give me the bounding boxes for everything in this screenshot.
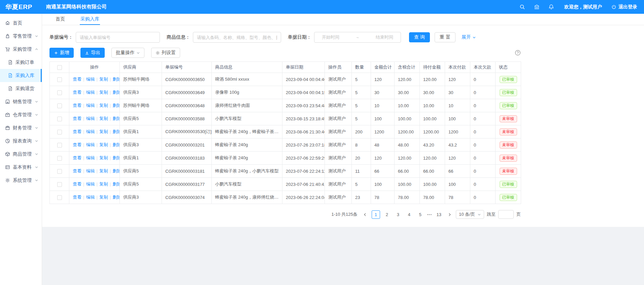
sidebar-item-system[interactable]: 系统管理 xyxy=(0,174,42,187)
tab-home[interactable]: 首页 xyxy=(55,14,66,25)
row-checkbox[interactable] xyxy=(57,130,62,134)
row-action-edit[interactable]: 编辑 xyxy=(86,116,95,121)
row-checkbox[interactable] xyxy=(57,156,62,161)
product-info-input[interactable] xyxy=(193,32,281,43)
search-icon[interactable] xyxy=(519,4,525,10)
export-button[interactable]: 导出 xyxy=(80,48,105,58)
row-action-edit[interactable]: 编辑 xyxy=(86,77,95,82)
row-action-edit[interactable]: 编辑 xyxy=(86,181,95,187)
row-action-view[interactable]: 查看 xyxy=(73,142,81,147)
table-row: 查看|编辑|复制|删除供应商5CGRK00000003588小鹏汽车模型2023… xyxy=(50,112,521,125)
page-4-button[interactable]: 4 xyxy=(405,210,413,219)
date-range-input[interactable]: 开始时间 ~ 结束时间 xyxy=(314,32,401,43)
row-action-copy[interactable]: 复制 xyxy=(99,181,108,187)
bell-icon[interactable] xyxy=(548,4,554,10)
action-separator: | xyxy=(110,181,111,187)
row-action-edit[interactable]: 编辑 xyxy=(86,129,95,134)
row-action-edit[interactable]: 编辑 xyxy=(86,142,95,147)
row-action-view[interactable]: 查看 xyxy=(73,116,81,121)
row-action-delete[interactable]: 删除 xyxy=(112,142,120,147)
row-action-copy[interactable]: 复制 xyxy=(99,168,108,173)
row-action-edit[interactable]: 编辑 xyxy=(86,195,95,200)
row-action-delete[interactable]: 删除 xyxy=(112,181,120,187)
add-button[interactable]: 新增 xyxy=(49,48,74,58)
bank-icon[interactable] xyxy=(534,4,540,10)
column-settings-button[interactable]: 列设置 xyxy=(151,48,180,58)
row-action-view[interactable]: 查看 xyxy=(73,181,81,187)
row-checkbox[interactable] xyxy=(57,117,62,121)
row-action-view[interactable]: 查看 xyxy=(73,155,81,160)
sidebar-item-home[interactable]: 首页 xyxy=(0,16,42,30)
batch-actions-button[interactable]: 批量操作 xyxy=(111,48,144,58)
help-icon[interactable] xyxy=(515,50,521,56)
content-panel: 首页 采购入库 单据编号： 商品信息： 单据日期： 开始时间 ~ 结束时间 xyxy=(42,14,644,227)
sidebar-item-finance[interactable]: 财务管理 xyxy=(0,121,42,134)
row-action-delete[interactable]: 删除 xyxy=(112,103,120,108)
page-1-button[interactable]: 1 xyxy=(372,210,380,219)
doc-no-input[interactable] xyxy=(76,32,160,43)
reset-button[interactable]: 重置 xyxy=(435,32,455,42)
row-checkbox[interactable] xyxy=(57,169,62,174)
row-action-edit[interactable]: 编辑 xyxy=(86,155,95,160)
expand-link[interactable]: 展开 xyxy=(462,34,476,40)
tab-purchase-inbound[interactable]: 采购入库 xyxy=(80,14,100,25)
logout-button[interactable]: 退出登录 xyxy=(611,4,637,10)
row-action-view[interactable]: 查看 xyxy=(73,195,81,200)
row-action-edit[interactable]: 编辑 xyxy=(86,168,95,173)
row-action-copy[interactable]: 复制 xyxy=(99,195,108,200)
row-checkbox[interactable] xyxy=(57,77,62,82)
row-action-edit[interactable]: 编辑 xyxy=(86,103,95,108)
pagination-ellipsis[interactable]: ••• xyxy=(427,212,432,216)
row-action-copy[interactable]: 复制 xyxy=(99,155,108,160)
row-checkbox[interactable] xyxy=(57,182,62,187)
jump-page-input[interactable] xyxy=(498,210,514,219)
sidebar-item-retail[interactable]: 零售管理 xyxy=(0,30,42,43)
row-action-view[interactable]: 查看 xyxy=(73,103,81,108)
select-all-checkbox[interactable] xyxy=(57,65,62,70)
sidebar-item-purchase-return[interactable]: 采购退货 xyxy=(0,82,42,95)
row-action-view[interactable]: 查看 xyxy=(73,90,81,95)
row-checkbox[interactable] xyxy=(57,143,62,148)
row-checkbox[interactable] xyxy=(57,195,62,200)
row-action-delete[interactable]: 删除 xyxy=(112,116,120,121)
row-action-delete[interactable]: 删除 xyxy=(112,90,120,95)
row-checkbox[interactable] xyxy=(57,90,62,95)
sidebar-item-warehouse[interactable]: 仓库管理 xyxy=(0,108,42,121)
row-action-view[interactable]: 查看 xyxy=(73,77,81,82)
page-5-button[interactable]: 5 xyxy=(416,210,425,219)
sidebar-item-basic[interactable]: 基本资料 xyxy=(0,161,42,174)
cell-date: 2023-07-26 23:07:18 xyxy=(282,138,325,152)
row-action-copy[interactable]: 复制 xyxy=(99,77,108,82)
row-action-edit[interactable]: 编辑 xyxy=(86,90,95,95)
sidebar-item-goods[interactable]: 商品管理 xyxy=(0,148,42,161)
cell-qty: 8 xyxy=(352,138,371,152)
prev-page-button[interactable] xyxy=(362,210,369,219)
sidebar-item-purchase-order[interactable]: 采购订单 xyxy=(0,56,42,69)
row-action-copy[interactable]: 复制 xyxy=(99,116,108,121)
row-checkbox[interactable] xyxy=(57,104,62,108)
cell-debt: 0 xyxy=(470,99,496,112)
sidebar-item-report[interactable]: 报表查询 xyxy=(0,134,42,148)
row-action-copy[interactable]: 复制 xyxy=(99,103,108,108)
page-3-button[interactable]: 3 xyxy=(394,210,402,219)
search-button[interactable]: 查询 xyxy=(409,32,430,42)
row-action-delete[interactable]: 删除 xyxy=(112,129,120,134)
row-action-delete[interactable]: 删除 xyxy=(112,168,120,173)
page-13-button[interactable]: 13 xyxy=(435,210,443,219)
row-action-copy[interactable]: 复制 xyxy=(99,129,108,134)
cell-checkbox xyxy=(50,178,69,191)
page-size-select[interactable]: 10 条/页 xyxy=(456,210,484,219)
sidebar-item-sales[interactable]: 销售管理 xyxy=(0,95,42,108)
sidebar-item-purchase-inbound[interactable]: 采购入库 xyxy=(0,69,42,82)
chevron-down-icon xyxy=(35,178,38,182)
row-action-copy[interactable]: 复制 xyxy=(99,142,108,147)
next-page-button[interactable] xyxy=(446,210,453,219)
row-action-view[interactable]: 查看 xyxy=(73,129,81,134)
row-action-copy[interactable]: 复制 xyxy=(99,90,108,95)
row-action-delete[interactable]: 删除 xyxy=(112,155,120,160)
row-action-view[interactable]: 查看 xyxy=(73,168,81,173)
row-action-delete[interactable]: 删除 xyxy=(112,195,120,200)
page-2-button[interactable]: 2 xyxy=(383,210,391,219)
sidebar-item-purchase[interactable]: 采购管理 xyxy=(0,43,42,56)
row-action-delete[interactable]: 删除 xyxy=(112,77,120,82)
